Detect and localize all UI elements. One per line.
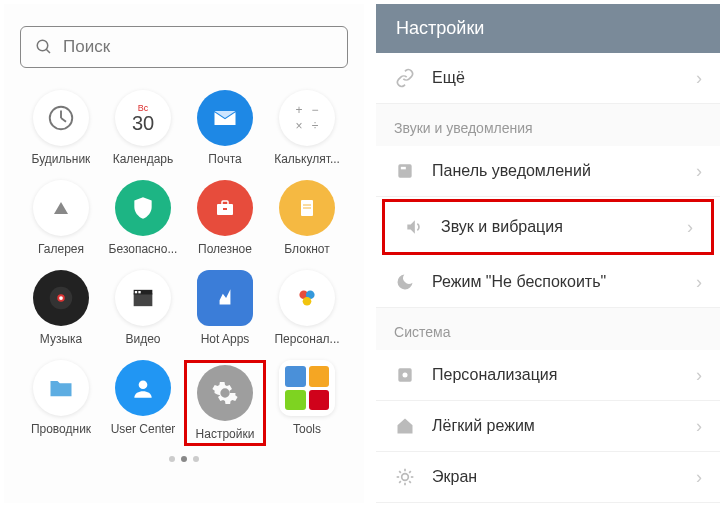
user-icon	[115, 360, 171, 416]
app-label: Видео	[125, 332, 160, 346]
svg-point-13	[59, 296, 63, 300]
app-calendar[interactable]: Вс 30 Календарь	[102, 90, 184, 166]
app-label: Настройки	[196, 427, 255, 441]
row-sound-vibration[interactable]: Звук и вибрация ›	[382, 199, 714, 255]
row-label: Панель уведомлений	[432, 162, 696, 180]
app-label: Будильник	[32, 152, 91, 166]
search-placeholder: Поиск	[63, 37, 110, 57]
app-mail[interactable]: Почта	[184, 90, 266, 166]
svg-line-4	[61, 118, 66, 122]
app-label: Проводник	[31, 422, 91, 436]
chevron-right-icon: ›	[696, 161, 702, 182]
app-label: Калькулят...	[274, 152, 340, 166]
notifications-icon	[394, 160, 416, 182]
svg-line-31	[399, 471, 401, 473]
app-hotapps[interactable]: Hot Apps	[184, 270, 266, 346]
app-personalization[interactable]: Персонал...	[266, 270, 348, 346]
svg-line-33	[399, 481, 401, 483]
settings-title: Настройки	[376, 4, 720, 53]
app-explorer[interactable]: Проводник	[20, 360, 102, 446]
folder-icon	[33, 360, 89, 416]
app-tools[interactable]: Tools	[266, 360, 348, 446]
app-notes[interactable]: Блокнот	[266, 180, 348, 256]
app-security[interactable]: Безопасно...	[102, 180, 184, 256]
svg-point-26	[402, 474, 409, 481]
chevron-right-icon: ›	[696, 272, 702, 293]
row-notification-panel[interactable]: Панель уведомлений ›	[376, 146, 720, 197]
app-label: Музыка	[40, 332, 82, 346]
chevron-right-icon: ›	[696, 68, 702, 89]
music-icon	[33, 270, 89, 326]
link-icon	[394, 67, 416, 89]
svg-rect-14	[134, 293, 153, 306]
app-label: Блокнот	[284, 242, 329, 256]
row-display[interactable]: Экран ›	[376, 452, 720, 503]
app-label: Галерея	[38, 242, 84, 256]
row-label: Лёгкий режим	[432, 417, 696, 435]
security-icon	[115, 180, 171, 236]
chevron-right-icon: ›	[696, 365, 702, 386]
search-input[interactable]: Поиск	[20, 26, 348, 68]
mail-icon	[197, 90, 253, 146]
svg-point-21	[139, 380, 148, 389]
palette-icon	[394, 364, 416, 386]
svg-line-1	[46, 49, 50, 53]
calendar-icon: Вс 30	[115, 90, 171, 146]
row-label: Ещё	[432, 69, 696, 87]
row-label: Режим "Не беспокоить"	[432, 273, 696, 291]
app-label: Hot Apps	[201, 332, 250, 346]
video-icon	[115, 270, 171, 326]
svg-rect-17	[138, 291, 140, 293]
app-label: Почта	[208, 152, 241, 166]
row-easy-mode[interactable]: Лёгкий режим ›	[376, 401, 720, 452]
app-alarm[interactable]: Будильник	[20, 90, 102, 166]
app-usercenter[interactable]: User Center	[102, 360, 184, 446]
app-music[interactable]: Музыка	[20, 270, 102, 346]
app-label: User Center	[111, 422, 176, 436]
notes-icon	[279, 180, 335, 236]
svg-rect-6	[222, 201, 228, 205]
chevron-right-icon: ›	[687, 217, 693, 238]
page-indicator	[20, 446, 348, 466]
moon-icon	[394, 271, 416, 293]
app-drawer-panel: Поиск Будильник Вс 30 Календарь Почта +−…	[4, 4, 364, 503]
row-label: Экран	[432, 468, 696, 486]
alarm-icon	[33, 90, 89, 146]
gear-icon	[197, 365, 253, 421]
section-system: Система	[376, 308, 720, 350]
svg-rect-22	[398, 164, 411, 177]
row-more[interactable]: Ещё ›	[376, 53, 720, 104]
row-label: Звук и вибрация	[441, 218, 687, 236]
svg-point-20	[303, 297, 312, 306]
app-settings[interactable]: Настройки	[184, 360, 266, 446]
svg-point-25	[403, 373, 408, 378]
section-sounds: Звуки и уведомления	[376, 104, 720, 146]
svg-rect-23	[401, 167, 406, 170]
app-label: Безопасно...	[109, 242, 178, 256]
app-calculator[interactable]: +−×÷ Калькулят...	[266, 90, 348, 166]
search-icon	[35, 38, 53, 56]
svg-point-0	[37, 40, 48, 51]
calculator-icon: +−×÷	[279, 90, 335, 146]
svg-rect-16	[135, 291, 137, 293]
settings-panel: Настройки Ещё › Звуки и уведомления Пане…	[376, 4, 720, 503]
briefcase-icon	[197, 180, 253, 236]
app-label: Персонал...	[274, 332, 339, 346]
hotapps-icon	[197, 270, 253, 326]
personalization-icon	[279, 270, 335, 326]
svg-line-34	[409, 471, 411, 473]
app-video[interactable]: Видео	[102, 270, 184, 346]
gallery-icon	[33, 180, 89, 236]
app-label: Календарь	[113, 152, 174, 166]
app-gallery[interactable]: Галерея	[20, 180, 102, 256]
sound-icon	[403, 216, 425, 238]
app-useful[interactable]: Полезное	[184, 180, 266, 256]
svg-rect-7	[223, 208, 227, 210]
row-label: Персонализация	[432, 366, 696, 384]
app-grid: Будильник Вс 30 Календарь Почта +−×÷ Кал…	[20, 90, 348, 446]
chevron-right-icon: ›	[696, 416, 702, 437]
svg-line-32	[409, 481, 411, 483]
row-dnd[interactable]: Режим "Не беспокоить" ›	[376, 257, 720, 308]
row-personalization[interactable]: Персонализация ›	[376, 350, 720, 401]
brightness-icon	[394, 466, 416, 488]
